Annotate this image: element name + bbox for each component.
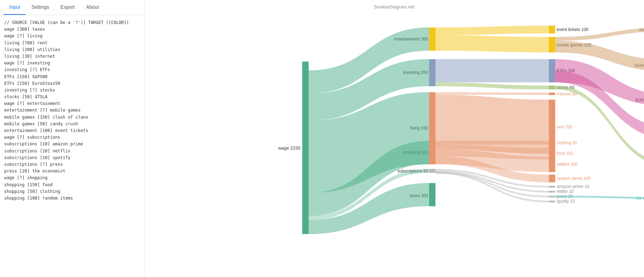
node-etfs xyxy=(549,59,555,82)
node-investing xyxy=(429,59,435,86)
label-random-items: random items 100 xyxy=(557,176,590,181)
node-mobile-games xyxy=(549,37,555,52)
node-amazon-prime xyxy=(549,186,555,188)
node-spotify xyxy=(549,201,555,202)
node-netflix xyxy=(549,191,555,193)
label-utilities: utilities 200 xyxy=(557,162,578,167)
label-rent: rent 700 xyxy=(557,125,572,130)
flow-shop-clothing xyxy=(435,141,549,145)
node-clothing xyxy=(549,141,555,145)
label-food: food 150 xyxy=(557,151,573,156)
tab-bar: Input Settings Export About xyxy=(0,0,144,15)
label-spotify: spotify 10 xyxy=(557,199,575,204)
left-panel: Input Settings Export About xyxy=(0,0,144,277)
node-subscriptions xyxy=(429,169,435,173)
node-wage xyxy=(302,62,309,234)
tab-settings[interactable]: Settings xyxy=(26,0,55,15)
label-netflix: netflix 10 xyxy=(557,189,574,194)
node-food xyxy=(549,148,555,159)
node-entertainment xyxy=(429,27,435,51)
flow-inv-etfs xyxy=(435,59,549,82)
node-shopping xyxy=(429,141,435,164)
flow-liv-internet xyxy=(435,92,549,95)
label-wage: wage 2230 xyxy=(278,145,301,151)
flow-ent-mobilegames xyxy=(435,35,549,52)
node-rent xyxy=(549,100,555,154)
node-event-tickets xyxy=(549,26,555,33)
sankey-diagram: wage 2230 entertainment 300 investing 35… xyxy=(144,0,644,277)
tab-export[interactable]: Export xyxy=(55,0,80,15)
diagram-area: SankeyDiagram.net wage 2230 entertainmen… xyxy=(144,0,644,277)
input-editor[interactable] xyxy=(0,15,144,277)
tab-about[interactable]: About xyxy=(80,0,105,15)
node-stocks xyxy=(549,86,555,89)
flow-ent-eventtickets xyxy=(435,26,549,35)
node-taxes xyxy=(429,183,435,206)
label-clothing: clothing 50 xyxy=(557,140,577,145)
tab-input[interactable]: Input xyxy=(4,0,26,15)
label-amazon-prime: amazon prime 10 xyxy=(557,184,589,189)
label-event-tickets: event tickets 100 xyxy=(557,27,588,32)
node-random-items xyxy=(549,175,555,182)
node-press xyxy=(549,196,555,197)
node-internet xyxy=(549,93,555,95)
flow-inv-stocks xyxy=(435,82,549,89)
